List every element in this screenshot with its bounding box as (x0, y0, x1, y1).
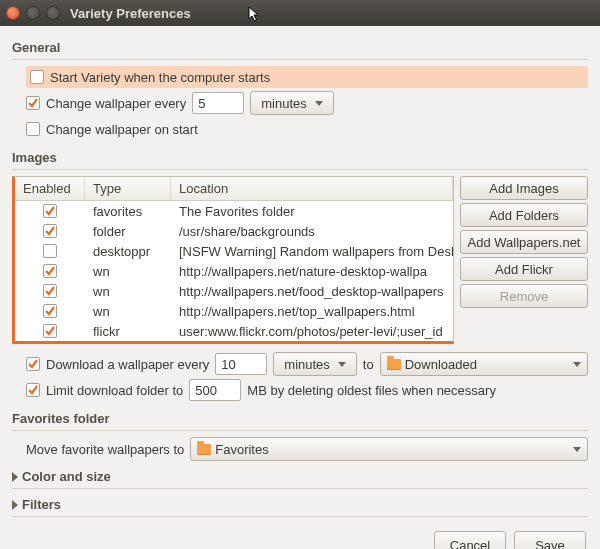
table-row[interactable]: wnhttp://wallpapers.net/food_desktop-wal… (15, 281, 453, 301)
folder-icon (197, 444, 211, 455)
triangle-right-icon (12, 500, 18, 510)
checkbox-source-enabled[interactable] (43, 264, 57, 278)
label-limit-suffix: MB by deleting oldest files when necessa… (247, 383, 496, 398)
remove-button[interactable]: Remove (460, 284, 588, 308)
option-move-favorites: Move favorite wallpapers to Favorites (26, 437, 588, 461)
cell-type: wn (85, 284, 171, 299)
cell-type: folder (85, 224, 171, 239)
label-change-on-start: Change wallpaper on start (46, 122, 198, 137)
divider (12, 59, 588, 60)
cell-location: /usr/share/backgrounds (171, 224, 453, 239)
checkbox-source-enabled[interactable] (43, 204, 57, 218)
checkbox-source-enabled[interactable] (43, 284, 57, 298)
add-images-button[interactable]: Add Images (460, 176, 588, 200)
cell-type: flickr (85, 324, 171, 339)
window-controls (6, 6, 60, 20)
checkbox-change-on-start[interactable] (26, 122, 40, 136)
table-row[interactable]: flickruser:www.flickr.com/photos/peter-l… (15, 321, 453, 341)
label-change-every: Change wallpaper every (46, 96, 186, 111)
cell-location: The Favorites folder (171, 204, 453, 219)
combo-favorites-dest[interactable]: Favorites (190, 437, 588, 461)
save-button[interactable]: Save (514, 531, 586, 549)
divider (12, 169, 588, 170)
cell-location: [NSFW Warning] Random wallpapers from De… (171, 244, 453, 259)
content-area: General Start Variety when the computer … (0, 26, 600, 549)
add-flickr-button[interactable]: Add Flickr (460, 257, 588, 281)
cell-location: http://wallpapers.net/top_wallpapers.htm… (171, 304, 453, 319)
section-general: General (12, 40, 588, 55)
input-download-every[interactable] (215, 353, 267, 375)
cell-location: http://wallpapers.net/food_desktop-wallp… (171, 284, 453, 299)
table-row[interactable]: desktoppr[NSFW Warning] Random wallpaper… (15, 241, 453, 261)
chevron-down-icon (573, 447, 581, 452)
combo-favorites-dest-label: Favorites (215, 442, 268, 457)
checkbox-download-every[interactable] (26, 357, 40, 371)
input-limit-mb[interactable] (189, 379, 241, 401)
section-images: Images (12, 150, 588, 165)
option-change-every: Change wallpaper every minutes (26, 91, 588, 115)
label-move-favorites: Move favorite wallpapers to (26, 442, 184, 457)
add-wallpapers-net-button[interactable]: Add Wallpapers.net (460, 230, 588, 254)
col-location[interactable]: Location (171, 177, 453, 200)
cell-type: favorites (85, 204, 171, 219)
close-icon[interactable] (6, 6, 20, 20)
option-download-every: Download a wallpaper every minutes to Do… (26, 352, 588, 376)
chevron-down-icon (573, 362, 581, 367)
table-row[interactable]: favoritesThe Favorites folder (15, 201, 453, 221)
maximize-icon[interactable] (46, 6, 60, 20)
label-download-every: Download a wallpaper every (46, 357, 209, 372)
cell-location: http://wallpapers.net/nature-desktop-wal… (171, 264, 453, 279)
cancel-button[interactable]: Cancel (434, 531, 506, 549)
cursor-icon (248, 6, 262, 24)
table-row[interactable]: wnhttp://wallpapers.net/top_wallpapers.h… (15, 301, 453, 321)
expander-filters-label: Filters (22, 497, 61, 512)
divider (12, 488, 588, 489)
combo-change-every-unit[interactable]: minutes (250, 91, 334, 115)
expander-color-size[interactable]: Color and size (12, 469, 588, 484)
checkbox-source-enabled[interactable] (43, 244, 57, 258)
combo-download-dest-label: Downloaded (405, 357, 477, 372)
input-change-every[interactable] (192, 92, 244, 114)
cell-type: wn (85, 304, 171, 319)
section-favorites: Favorites folder (12, 411, 588, 426)
col-type[interactable]: Type (85, 177, 171, 200)
chevron-down-icon (315, 101, 323, 106)
option-start-with-computer[interactable]: Start Variety when the computer starts (26, 66, 588, 88)
cell-type: wn (85, 264, 171, 279)
checkbox-limit-folder[interactable] (26, 383, 40, 397)
cell-type: desktoppr (85, 244, 171, 259)
dialog-footer: Cancel Save (12, 531, 588, 549)
cell-location: user:www.flickr.com/photos/peter-levi/;u… (171, 324, 453, 339)
titlebar: Variety Preferences (0, 0, 600, 26)
chevron-down-icon (338, 362, 346, 367)
add-folders-button[interactable]: Add Folders (460, 203, 588, 227)
checkbox-source-enabled[interactable] (43, 324, 57, 338)
triangle-right-icon (12, 472, 18, 482)
checkbox-source-enabled[interactable] (43, 304, 57, 318)
minimize-icon[interactable] (26, 6, 40, 20)
divider (12, 430, 588, 431)
table-row[interactable]: wnhttp://wallpapers.net/nature-desktop-w… (15, 261, 453, 281)
images-area: Enabled Type Location favoritesThe Favor… (12, 176, 588, 344)
window-title: Variety Preferences (70, 6, 191, 21)
checkbox-start-with-computer[interactable] (30, 70, 44, 84)
table-row[interactable]: folder/usr/share/backgrounds (15, 221, 453, 241)
combo-download-unit-label: minutes (284, 357, 330, 372)
sources-table: Enabled Type Location favoritesThe Favor… (12, 176, 454, 344)
col-enabled[interactable]: Enabled (15, 177, 85, 200)
option-limit-folder: Limit download folder to MB by deleting … (26, 379, 588, 401)
table-body: favoritesThe Favorites folderfolder/usr/… (15, 201, 453, 343)
divider (12, 516, 588, 517)
table-header: Enabled Type Location (15, 177, 453, 201)
label-to: to (363, 357, 374, 372)
checkbox-source-enabled[interactable] (43, 224, 57, 238)
label-limit-folder: Limit download folder to (46, 383, 183, 398)
folder-icon (387, 359, 401, 370)
expander-filters[interactable]: Filters (12, 497, 588, 512)
combo-download-dest[interactable]: Downloaded (380, 352, 588, 376)
source-buttons: Add Images Add Folders Add Wallpapers.ne… (460, 176, 588, 308)
checkbox-change-every[interactable] (26, 96, 40, 110)
combo-change-every-unit-label: minutes (261, 96, 307, 111)
combo-download-unit[interactable]: minutes (273, 352, 357, 376)
option-change-on-start[interactable]: Change wallpaper on start (26, 118, 588, 140)
